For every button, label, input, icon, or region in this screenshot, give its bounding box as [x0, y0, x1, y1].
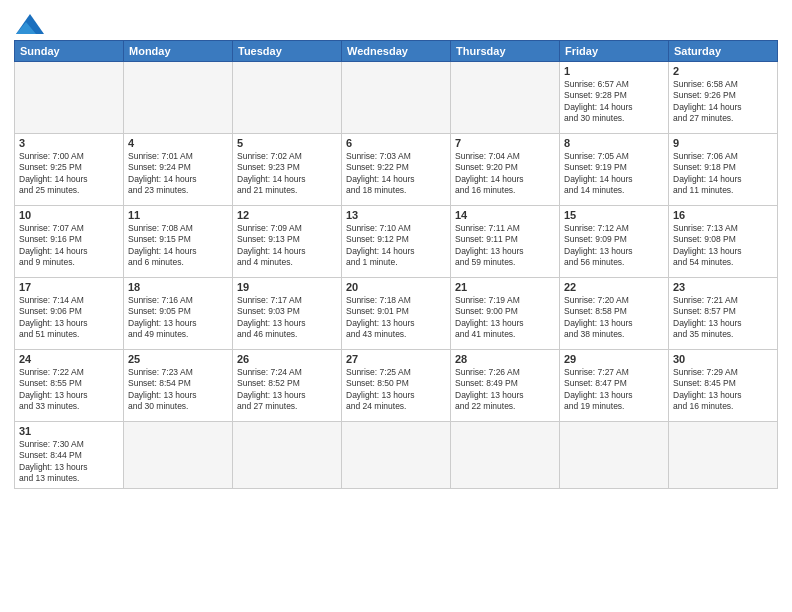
table-row [669, 422, 778, 489]
day-info: Sunrise: 7:23 AM Sunset: 8:54 PM Dayligh… [128, 367, 228, 413]
table-row: 21Sunrise: 7:19 AM Sunset: 9:00 PM Dayli… [451, 278, 560, 350]
header-tuesday: Tuesday [233, 41, 342, 62]
day-number: 4 [128, 137, 228, 149]
header [14, 10, 778, 34]
header-thursday: Thursday [451, 41, 560, 62]
day-info: Sunrise: 7:19 AM Sunset: 9:00 PM Dayligh… [455, 295, 555, 341]
table-row: 9Sunrise: 7:06 AM Sunset: 9:18 PM Daylig… [669, 134, 778, 206]
table-row: 23Sunrise: 7:21 AM Sunset: 8:57 PM Dayli… [669, 278, 778, 350]
day-info: Sunrise: 7:11 AM Sunset: 9:11 PM Dayligh… [455, 223, 555, 269]
calendar-week-row: 3Sunrise: 7:00 AM Sunset: 9:25 PM Daylig… [15, 134, 778, 206]
day-info: Sunrise: 7:10 AM Sunset: 9:12 PM Dayligh… [346, 223, 446, 269]
day-info: Sunrise: 7:03 AM Sunset: 9:22 PM Dayligh… [346, 151, 446, 197]
day-number: 21 [455, 281, 555, 293]
day-number: 2 [673, 65, 773, 77]
table-row: 6Sunrise: 7:03 AM Sunset: 9:22 PM Daylig… [342, 134, 451, 206]
day-number: 8 [564, 137, 664, 149]
table-row: 30Sunrise: 7:29 AM Sunset: 8:45 PM Dayli… [669, 350, 778, 422]
calendar-week-row: 1Sunrise: 6:57 AM Sunset: 9:28 PM Daylig… [15, 62, 778, 134]
day-info: Sunrise: 7:00 AM Sunset: 9:25 PM Dayligh… [19, 151, 119, 197]
day-number: 7 [455, 137, 555, 149]
day-info: Sunrise: 7:20 AM Sunset: 8:58 PM Dayligh… [564, 295, 664, 341]
day-info: Sunrise: 7:02 AM Sunset: 9:23 PM Dayligh… [237, 151, 337, 197]
table-row: 12Sunrise: 7:09 AM Sunset: 9:13 PM Dayli… [233, 206, 342, 278]
day-info: Sunrise: 7:01 AM Sunset: 9:24 PM Dayligh… [128, 151, 228, 197]
header-sunday: Sunday [15, 41, 124, 62]
day-number: 29 [564, 353, 664, 365]
table-row [233, 422, 342, 489]
table-row: 2Sunrise: 6:58 AM Sunset: 9:26 PM Daylig… [669, 62, 778, 134]
day-info: Sunrise: 7:25 AM Sunset: 8:50 PM Dayligh… [346, 367, 446, 413]
table-row [342, 62, 451, 134]
calendar-week-row: 24Sunrise: 7:22 AM Sunset: 8:55 PM Dayli… [15, 350, 778, 422]
header-monday: Monday [124, 41, 233, 62]
day-number: 19 [237, 281, 337, 293]
day-info: Sunrise: 7:21 AM Sunset: 8:57 PM Dayligh… [673, 295, 773, 341]
day-number: 31 [19, 425, 119, 437]
header-friday: Friday [560, 41, 669, 62]
weekday-header-row: Sunday Monday Tuesday Wednesday Thursday… [15, 41, 778, 62]
day-number: 26 [237, 353, 337, 365]
day-info: Sunrise: 7:22 AM Sunset: 8:55 PM Dayligh… [19, 367, 119, 413]
table-row: 31Sunrise: 7:30 AM Sunset: 8:44 PM Dayli… [15, 422, 124, 489]
day-number: 5 [237, 137, 337, 149]
table-row: 29Sunrise: 7:27 AM Sunset: 8:47 PM Dayli… [560, 350, 669, 422]
day-number: 9 [673, 137, 773, 149]
table-row: 25Sunrise: 7:23 AM Sunset: 8:54 PM Dayli… [124, 350, 233, 422]
calendar-week-row: 31Sunrise: 7:30 AM Sunset: 8:44 PM Dayli… [15, 422, 778, 489]
calendar-week-row: 17Sunrise: 7:14 AM Sunset: 9:06 PM Dayli… [15, 278, 778, 350]
header-saturday: Saturday [669, 41, 778, 62]
table-row: 7Sunrise: 7:04 AM Sunset: 9:20 PM Daylig… [451, 134, 560, 206]
day-info: Sunrise: 7:27 AM Sunset: 8:47 PM Dayligh… [564, 367, 664, 413]
table-row [342, 422, 451, 489]
day-info: Sunrise: 7:04 AM Sunset: 9:20 PM Dayligh… [455, 151, 555, 197]
table-row: 10Sunrise: 7:07 AM Sunset: 9:16 PM Dayli… [15, 206, 124, 278]
table-row: 8Sunrise: 7:05 AM Sunset: 9:19 PM Daylig… [560, 134, 669, 206]
day-info: Sunrise: 7:07 AM Sunset: 9:16 PM Dayligh… [19, 223, 119, 269]
day-info: Sunrise: 7:06 AM Sunset: 9:18 PM Dayligh… [673, 151, 773, 197]
day-info: Sunrise: 7:14 AM Sunset: 9:06 PM Dayligh… [19, 295, 119, 341]
table-row: 1Sunrise: 6:57 AM Sunset: 9:28 PM Daylig… [560, 62, 669, 134]
day-info: Sunrise: 7:09 AM Sunset: 9:13 PM Dayligh… [237, 223, 337, 269]
day-number: 15 [564, 209, 664, 221]
day-info: Sunrise: 7:12 AM Sunset: 9:09 PM Dayligh… [564, 223, 664, 269]
day-number: 30 [673, 353, 773, 365]
logo-area [14, 10, 44, 34]
table-row: 20Sunrise: 7:18 AM Sunset: 9:01 PM Dayli… [342, 278, 451, 350]
day-number: 25 [128, 353, 228, 365]
day-number: 17 [19, 281, 119, 293]
table-row: 14Sunrise: 7:11 AM Sunset: 9:11 PM Dayli… [451, 206, 560, 278]
day-number: 11 [128, 209, 228, 221]
table-row: 11Sunrise: 7:08 AM Sunset: 9:15 PM Dayli… [124, 206, 233, 278]
table-row: 15Sunrise: 7:12 AM Sunset: 9:09 PM Dayli… [560, 206, 669, 278]
day-number: 28 [455, 353, 555, 365]
table-row: 28Sunrise: 7:26 AM Sunset: 8:49 PM Dayli… [451, 350, 560, 422]
calendar-table: Sunday Monday Tuesday Wednesday Thursday… [14, 40, 778, 489]
table-row: 26Sunrise: 7:24 AM Sunset: 8:52 PM Dayli… [233, 350, 342, 422]
table-row: 17Sunrise: 7:14 AM Sunset: 9:06 PM Dayli… [15, 278, 124, 350]
day-info: Sunrise: 7:17 AM Sunset: 9:03 PM Dayligh… [237, 295, 337, 341]
table-row [451, 62, 560, 134]
day-info: Sunrise: 7:26 AM Sunset: 8:49 PM Dayligh… [455, 367, 555, 413]
calendar-week-row: 10Sunrise: 7:07 AM Sunset: 9:16 PM Dayli… [15, 206, 778, 278]
day-info: Sunrise: 7:18 AM Sunset: 9:01 PM Dayligh… [346, 295, 446, 341]
day-number: 13 [346, 209, 446, 221]
logo [14, 14, 44, 34]
day-info: Sunrise: 7:13 AM Sunset: 9:08 PM Dayligh… [673, 223, 773, 269]
calendar-page: Sunday Monday Tuesday Wednesday Thursday… [0, 0, 792, 612]
table-row [560, 422, 669, 489]
day-number: 20 [346, 281, 446, 293]
day-info: Sunrise: 7:24 AM Sunset: 8:52 PM Dayligh… [237, 367, 337, 413]
table-row [451, 422, 560, 489]
day-number: 12 [237, 209, 337, 221]
table-row [124, 62, 233, 134]
day-info: Sunrise: 7:16 AM Sunset: 9:05 PM Dayligh… [128, 295, 228, 341]
table-row: 24Sunrise: 7:22 AM Sunset: 8:55 PM Dayli… [15, 350, 124, 422]
day-info: Sunrise: 7:08 AM Sunset: 9:15 PM Dayligh… [128, 223, 228, 269]
table-row [15, 62, 124, 134]
day-number: 18 [128, 281, 228, 293]
table-row: 5Sunrise: 7:02 AM Sunset: 9:23 PM Daylig… [233, 134, 342, 206]
header-wednesday: Wednesday [342, 41, 451, 62]
day-number: 14 [455, 209, 555, 221]
table-row: 4Sunrise: 7:01 AM Sunset: 9:24 PM Daylig… [124, 134, 233, 206]
